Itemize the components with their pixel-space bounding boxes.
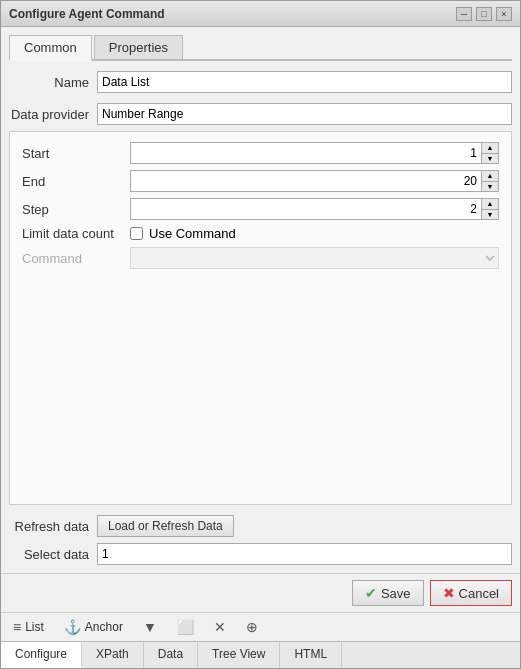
bottom-actions: Refresh data Load or Refresh Data Select…	[9, 515, 512, 565]
toolbar-filter[interactable]: ▼	[139, 617, 161, 637]
select-data-container: 1 2 3 5 10 15 20	[97, 543, 512, 565]
toolbar-rect[interactable]: ⬜	[173, 617, 198, 637]
step-label: Step	[22, 202, 122, 217]
start-up-btn[interactable]: ▲	[482, 143, 498, 154]
configure-agent-command-window: Configure Agent Command ─ □ × Common Pro…	[0, 0, 521, 669]
maximize-button[interactable]: □	[476, 7, 492, 21]
toolbar-add[interactable]: ⊕	[242, 617, 262, 637]
limit-row: Limit data count Use Command	[22, 226, 499, 241]
bottom-tab-xpath[interactable]: XPath	[82, 642, 144, 668]
limit-label: Limit data count	[22, 226, 122, 241]
refresh-label: Refresh data	[9, 519, 89, 534]
panel-spacer	[22, 275, 499, 494]
save-button[interactable]: ✔ Save	[352, 580, 424, 606]
refresh-row: Refresh data Load or Refresh Data	[9, 515, 512, 537]
add-icon: ⊕	[246, 619, 258, 635]
bottom-tab-html[interactable]: HTML	[280, 642, 342, 668]
bottom-toolbar: ≡ List ⚓ Anchor ▼ ⬜ ✕ ⊕	[1, 612, 520, 641]
dialog-footer: ✔ Save ✖ Cancel	[1, 573, 520, 612]
select-data-label: Select data	[9, 547, 89, 562]
step-row: Step ▲ ▼	[22, 198, 499, 220]
content-area: Common Properties Name Data provider Num…	[1, 27, 520, 573]
anchor-label: Anchor	[85, 620, 123, 634]
command-select	[130, 247, 499, 269]
toolbar-anchor[interactable]: ⚓ Anchor	[60, 617, 127, 637]
end-down-btn[interactable]: ▼	[482, 182, 498, 192]
title-bar: Configure Agent Command ─ □ ×	[1, 1, 520, 27]
start-row: Start ▲ ▼	[22, 142, 499, 164]
start-down-btn[interactable]: ▼	[482, 154, 498, 164]
end-up-btn[interactable]: ▲	[482, 171, 498, 182]
save-label: Save	[381, 586, 411, 601]
name-input[interactable]	[97, 71, 512, 93]
inner-panel: Start ▲ ▼ End ▲ ▼	[9, 131, 512, 505]
toolbar-list[interactable]: ≡ List	[9, 617, 48, 637]
select-data-row: Select data 1 2 3 5 10 15 20	[9, 543, 512, 565]
start-spinner-buttons: ▲ ▼	[481, 142, 499, 164]
list-icon: ≡	[13, 619, 21, 635]
window-title: Configure Agent Command	[9, 7, 165, 21]
remove-icon: ✕	[214, 619, 226, 635]
bottom-tabs: Configure XPath Data Tree View HTML	[1, 641, 520, 668]
anchor-icon: ⚓	[64, 619, 81, 635]
provider-select[interactable]: Number Range XPath CSV JSON	[97, 103, 512, 125]
tab-bar: Common Properties	[9, 35, 512, 61]
use-command-checkbox[interactable]	[130, 227, 143, 240]
start-spinner: ▲ ▼	[130, 142, 499, 164]
provider-select-container: Number Range XPath CSV JSON	[97, 103, 512, 125]
rect-icon: ⬜	[177, 619, 194, 635]
list-label: List	[25, 620, 44, 634]
cancel-icon: ✖	[443, 585, 455, 601]
bottom-tab-data[interactable]: Data	[144, 642, 198, 668]
command-row: Command	[22, 247, 499, 269]
save-icon: ✔	[365, 585, 377, 601]
end-label: End	[22, 174, 122, 189]
bottom-tab-configure[interactable]: Configure	[1, 642, 82, 668]
filter-icon: ▼	[143, 619, 157, 635]
use-command-row: Use Command	[130, 226, 236, 241]
bottom-tab-treeview[interactable]: Tree View	[198, 642, 280, 668]
step-input[interactable]	[130, 198, 481, 220]
use-command-label: Use Command	[149, 226, 236, 241]
command-label: Command	[22, 251, 122, 266]
load-refresh-button[interactable]: Load or Refresh Data	[97, 515, 234, 537]
cancel-label: Cancel	[459, 586, 499, 601]
name-row: Name	[9, 71, 512, 93]
select-data-dropdown[interactable]: 1 2 3 5 10 15 20	[97, 543, 512, 565]
step-spinner-buttons: ▲ ▼	[481, 198, 499, 220]
end-row: End ▲ ▼	[22, 170, 499, 192]
title-bar-controls: ─ □ ×	[456, 7, 512, 21]
end-input[interactable]	[130, 170, 481, 192]
step-spinner: ▲ ▼	[130, 198, 499, 220]
close-button[interactable]: ×	[496, 7, 512, 21]
end-spinner-buttons: ▲ ▼	[481, 170, 499, 192]
toolbar-remove[interactable]: ✕	[210, 617, 230, 637]
cancel-button[interactable]: ✖ Cancel	[430, 580, 512, 606]
step-up-btn[interactable]: ▲	[482, 199, 498, 210]
start-label: Start	[22, 146, 122, 161]
start-input[interactable]	[130, 142, 481, 164]
end-spinner: ▲ ▼	[130, 170, 499, 192]
name-label: Name	[9, 75, 89, 90]
minimize-button[interactable]: ─	[456, 7, 472, 21]
provider-label: Data provider	[9, 107, 89, 122]
tab-common[interactable]: Common	[9, 35, 92, 61]
step-down-btn[interactable]: ▼	[482, 210, 498, 220]
provider-row: Data provider Number Range XPath CSV JSO…	[9, 103, 512, 125]
tab-properties[interactable]: Properties	[94, 35, 183, 59]
